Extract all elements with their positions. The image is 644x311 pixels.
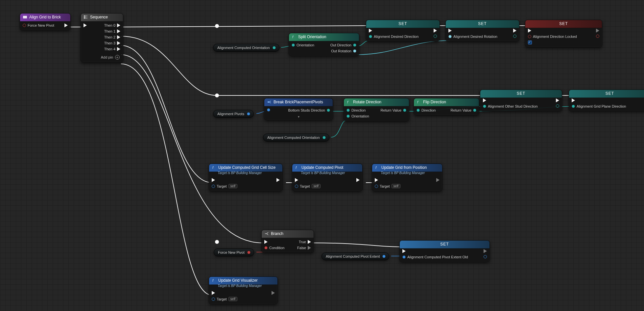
pin-exec-in[interactable] xyxy=(212,178,237,182)
pin-out-direction[interactable]: Out Direction xyxy=(330,43,356,47)
pin-out[interactable] xyxy=(322,136,326,139)
node-set-alignment-desired-rotation[interactable]: SET Alignment Desired Rotation xyxy=(445,20,519,41)
node-title: Sequence xyxy=(90,15,108,19)
pin-then4[interactable]: Then 4 xyxy=(104,47,120,51)
pin-exec-in[interactable] xyxy=(402,249,468,253)
pin-orientation-in[interactable]: Orientation xyxy=(346,114,369,118)
node-header: SET xyxy=(569,90,644,98)
pin-out[interactable] xyxy=(247,251,250,254)
pin-exec-in[interactable] xyxy=(572,98,626,102)
pin-direction-in[interactable]: Direction xyxy=(346,108,369,112)
pin-exec-out[interactable] xyxy=(356,178,360,182)
pin-exec-in[interactable] xyxy=(483,98,538,102)
pin-struct-in[interactable] xyxy=(267,108,270,112)
pin-force-new-pivot-in[interactable]: Force New Pivot xyxy=(23,23,54,27)
node-title: Flip Direction xyxy=(423,100,446,104)
node-header: f Flip Direction xyxy=(414,98,479,106)
pin-out[interactable] xyxy=(382,255,386,258)
pin-true[interactable]: True xyxy=(299,240,311,244)
var-alignment-computed-pivot-extent[interactable]: Alignment Computed Pivot Extent xyxy=(322,252,389,260)
node-header: SET xyxy=(446,20,519,28)
pin-exec-in[interactable] xyxy=(448,29,497,33)
pin-value-out[interactable] xyxy=(484,255,487,258)
pin-exec-in[interactable] xyxy=(264,240,284,244)
pin-exec-in[interactable] xyxy=(375,178,400,182)
pin-then2[interactable]: Then 2 xyxy=(104,35,120,39)
node-set-alignment-desired-direction[interactable]: SET Alignment Desired Direction xyxy=(366,20,440,41)
node-header: f Update Computed Grid Cell Size xyxy=(209,164,282,172)
node-title: Branch xyxy=(271,231,283,236)
add-pin[interactable]: Add pin + xyxy=(81,54,123,62)
node-title: Split Orientation xyxy=(298,35,326,39)
pin-exec-in[interactable] xyxy=(369,29,418,33)
pin-orientation-in[interactable]: Orientation xyxy=(292,43,314,47)
node-flip-direction[interactable]: f Flip Direction Direction Return Value xyxy=(414,98,479,115)
node-header: SET xyxy=(400,241,489,248)
pin-exec-in[interactable] xyxy=(212,291,237,295)
var-alignment-computed-orientation-2[interactable]: Alignment Computed Orientation xyxy=(263,134,329,142)
node-branch[interactable]: Branch Condition True False xyxy=(261,230,314,253)
pin-exec-out[interactable] xyxy=(436,178,440,182)
pin-exec-out[interactable] xyxy=(276,178,280,182)
pin-exec-out[interactable] xyxy=(434,29,437,33)
pin-then3[interactable]: Then 3 xyxy=(104,41,120,45)
pin-exec-in[interactable] xyxy=(295,178,321,182)
pin-out-rotation[interactable]: Out Rotation xyxy=(331,49,356,53)
pin-checkbox[interactable] xyxy=(528,40,577,44)
function-icon: f xyxy=(212,278,216,283)
var-alignment-pivots[interactable]: Alignment Pivots xyxy=(213,110,254,118)
node-update-grid-from-position[interactable]: f Update Grid from Position Target is BP… xyxy=(372,164,442,191)
pin-exec-in[interactable] xyxy=(83,23,87,27)
node-title: Rotate Direction xyxy=(353,100,381,104)
pin-value-out[interactable] xyxy=(556,104,559,108)
pin-value-out[interactable] xyxy=(434,35,437,38)
pin-value-in[interactable]: Alignment Desired Rotation xyxy=(448,35,497,39)
pin-value-out[interactable] xyxy=(596,35,599,38)
node-title: Update Computed Grid Cell Size xyxy=(218,165,275,170)
pin-exec-out[interactable] xyxy=(556,98,559,102)
node-break-brickplacementpivots[interactable]: Break BrickPlacementPivots Bottom Studs … xyxy=(264,98,333,120)
node-set-alignment-computed-pivot-extent-old[interactable]: SET Alignment Computed Pivot Extent Old xyxy=(399,240,490,262)
node-update-computed-pivot[interactable]: f Update Computed Pivot Target is BP Bui… xyxy=(292,164,363,191)
pin-exec-out[interactable] xyxy=(513,29,516,33)
pin-exec-out[interactable] xyxy=(272,291,275,295)
pin-return-value[interactable]: Return Value xyxy=(451,108,476,112)
pin-out[interactable] xyxy=(273,46,276,49)
pin-value-in[interactable]: Alignment Grid Plane Direction xyxy=(572,104,626,108)
pin-target[interactable]: Targetself xyxy=(375,184,400,188)
var-force-new-pivot[interactable]: Force New Pivot xyxy=(214,248,254,256)
node-update-grid-visualizer[interactable]: f Update Grid Visualizer Target is BP Bu… xyxy=(209,276,278,304)
pin-value-out[interactable] xyxy=(513,35,516,38)
pin-value-in[interactable]: Alignment Computed Pivot Extent Old xyxy=(402,255,468,259)
node-update-computed-grid-cell-size[interactable]: f Update Computed Grid Cell Size Target … xyxy=(209,164,283,191)
var-alignment-computed-orientation[interactable]: Alignment Computed Orientation xyxy=(213,44,279,52)
node-align-grid-to-brick[interactable]: Align Grid to Brick Force New Pivot xyxy=(20,13,71,30)
pin-target[interactable]: Targetself xyxy=(212,297,237,301)
pin-exec-out[interactable] xyxy=(484,249,487,253)
pin-target[interactable]: Targetself xyxy=(295,184,321,188)
pin-value-in[interactable]: Alignment Direction Locked xyxy=(528,35,577,39)
pin-target[interactable]: Targetself xyxy=(212,184,237,188)
pin-return-value[interactable]: Return Value xyxy=(381,108,406,112)
node-split-orientation[interactable]: f Split Orientation Orientation Out Dire… xyxy=(289,33,359,56)
pin-false[interactable]: False xyxy=(297,246,311,250)
node-rotate-direction[interactable]: f Rotate Direction Direction Orientation… xyxy=(344,98,409,121)
pin-condition[interactable]: Condition xyxy=(264,246,284,250)
pin-then1[interactable]: Then 1 xyxy=(104,29,120,33)
pin-bottom-studs-direction[interactable]: Bottom Studs Direction xyxy=(288,108,330,112)
svg-text:f: f xyxy=(375,166,377,169)
pin-exec-in[interactable] xyxy=(528,29,577,33)
pin-value-in[interactable]: Alignment Other Stud Direction xyxy=(483,104,538,108)
pin-direction-in[interactable]: Direction xyxy=(417,108,436,112)
pin-exec-out[interactable] xyxy=(64,23,68,27)
node-set-alignment-direction-locked[interactable]: SET Alignment Direction Locked xyxy=(525,20,602,47)
pin-value-in[interactable]: Alignment Desired Direction xyxy=(369,35,418,39)
pin-out[interactable] xyxy=(247,112,250,116)
pin-exec-out[interactable] xyxy=(596,29,599,33)
svg-text:f: f xyxy=(292,35,294,39)
expand-toggle[interactable]: ▾ xyxy=(264,115,333,120)
node-sequence[interactable]: Sequence Then 0 Then 1 Then 2 Then 3 The… xyxy=(81,13,123,63)
node-set-alignment-grid-plane-direction[interactable]: SET Alignment Grid Plane Direction xyxy=(569,90,644,111)
pin-then0[interactable]: Then 0 xyxy=(104,23,120,27)
node-set-alignment-other-stud-direction[interactable]: SET Alignment Other Stud Direction xyxy=(480,90,562,111)
